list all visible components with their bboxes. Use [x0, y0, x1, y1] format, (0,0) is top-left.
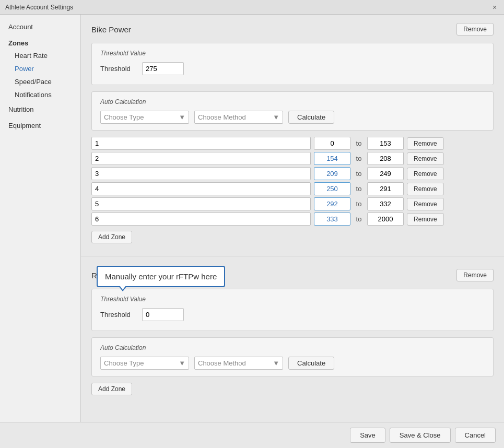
- run-power-choose-type-dropdown[interactable]: Choose Type ▼: [100, 357, 189, 370]
- sidebar: Account Zones Heart Rate Power Speed/Pac…: [0, 15, 81, 422]
- zone-from-input[interactable]: [314, 167, 350, 180]
- bike-power-choose-method-dropdown[interactable]: Choose Method ▼: [194, 111, 283, 124]
- sidebar-item-equipment[interactable]: Equipment: [0, 117, 80, 134]
- run-power-threshold-row: Threshold: [100, 308, 485, 321]
- sidebar-item-account[interactable]: Account: [0, 19, 80, 35]
- close-icon[interactable]: ×: [490, 3, 499, 11]
- run-power-choose-method-label: Choose Method: [198, 359, 246, 367]
- zone-remove-button[interactable]: Remove: [407, 152, 444, 165]
- zone-to-input[interactable]: [367, 152, 404, 165]
- zone-to-label: to: [354, 139, 364, 147]
- bike-power-threshold-input[interactable]: [142, 62, 184, 75]
- zone-remove-button[interactable]: Remove: [407, 198, 444, 210]
- zone-name-input[interactable]: [91, 137, 311, 150]
- run-power-threshold-section: Threshold Value Threshold: [91, 289, 494, 331]
- zone-from-input[interactable]: [314, 152, 350, 165]
- zone-name-input[interactable]: [91, 167, 311, 180]
- zone-remove-button[interactable]: Remove: [407, 213, 444, 226]
- sidebar-item-power[interactable]: Power: [0, 62, 80, 75]
- run-power-calculate-button[interactable]: Calculate: [288, 357, 334, 370]
- zone-name-input[interactable]: [91, 197, 311, 210]
- run-power-title-area: Run Power Manually enter your rFTPw here: [91, 271, 130, 280]
- sidebar-item-notifications[interactable]: Notifications: [0, 88, 80, 101]
- zone-name-input[interactable]: [91, 213, 311, 226]
- bike-power-add-zone-button[interactable]: Add Zone: [91, 231, 132, 243]
- bike-power-header: Bike Power Remove: [91, 23, 494, 36]
- table-row: to Remove: [91, 182, 494, 195]
- zone-to-label: to: [354, 215, 364, 223]
- zone-remove-button[interactable]: Remove: [407, 168, 444, 180]
- zone-name-input[interactable]: [91, 182, 311, 195]
- bike-power-threshold-title: Threshold Value: [100, 50, 485, 57]
- bike-power-threshold-section: Threshold Value Threshold: [91, 43, 494, 85]
- zone-to-input[interactable]: [367, 137, 404, 150]
- window-title: Athlete Account Settings: [5, 4, 73, 11]
- bike-power-method-arrow-icon: ▼: [273, 113, 279, 121]
- sidebar-item-speed-pace[interactable]: Speed/Pace: [0, 75, 80, 88]
- zone-to-input[interactable]: [367, 167, 404, 180]
- save-button[interactable]: Save: [350, 428, 385, 443]
- run-power-threshold-title: Threshold Value: [100, 296, 485, 303]
- zone-from-input[interactable]: [314, 213, 350, 226]
- run-power-header: Run Power Manually enter your rFTPw here…: [91, 269, 494, 281]
- run-power-section: Run Power Manually enter your rFTPw here…: [81, 261, 504, 404]
- bike-power-section: Bike Power Remove Threshold Value Thresh…: [81, 15, 504, 252]
- content-area: Bike Power Remove Threshold Value Thresh…: [81, 15, 504, 422]
- run-power-method-arrow-icon: ▼: [273, 359, 279, 367]
- zone-from-input[interactable]: [314, 182, 350, 195]
- run-power-choose-method-dropdown[interactable]: Choose Method ▼: [194, 357, 283, 370]
- cancel-button[interactable]: Cancel: [455, 428, 496, 443]
- run-power-remove-button[interactable]: Remove: [456, 269, 494, 281]
- bike-power-threshold-row: Threshold: [100, 62, 485, 75]
- run-power-auto-calc-row: Choose Type ▼ Choose Method ▼ Calculate: [100, 357, 485, 370]
- zone-to-label: to: [354, 200, 364, 208]
- bike-power-remove-button[interactable]: Remove: [456, 23, 494, 36]
- zone-to-label: to: [354, 185, 364, 193]
- sidebar-section-zones: Zones: [0, 35, 80, 49]
- zone-to-input[interactable]: [367, 213, 404, 226]
- run-power-auto-calc-section: Auto Calculation Choose Type ▼ Choose Me…: [91, 337, 494, 376]
- run-power-choose-type-label: Choose Type: [104, 359, 144, 367]
- tooltip-text: Manually enter your rFTPw here: [105, 272, 217, 281]
- bike-power-choose-type-dropdown[interactable]: Choose Type ▼: [100, 111, 189, 124]
- run-power-threshold-label: Threshold: [100, 311, 137, 319]
- table-row: to Remove: [91, 213, 494, 226]
- bike-power-threshold-label: Threshold: [100, 65, 137, 73]
- zone-name-input[interactable]: [91, 152, 311, 165]
- zone-to-label: to: [354, 155, 364, 162]
- table-row: to Remove: [91, 167, 494, 180]
- titlebar: Athlete Account Settings ×: [0, 0, 504, 15]
- bike-power-choose-type-label: Choose Type: [104, 113, 144, 121]
- zone-to-label: to: [354, 170, 364, 178]
- zone-remove-button[interactable]: Remove: [407, 183, 444, 195]
- bike-power-title: Bike Power: [91, 25, 131, 34]
- bike-power-choose-method-label: Choose Method: [198, 113, 246, 121]
- zone-from-input[interactable]: [314, 197, 350, 210]
- sidebar-item-nutrition[interactable]: Nutrition: [0, 101, 80, 117]
- table-row: to Remove: [91, 137, 494, 150]
- bike-power-auto-calc-row: Choose Type ▼ Choose Method ▼ Calculate: [100, 111, 485, 124]
- sidebar-item-heart-rate[interactable]: Heart Rate: [0, 49, 80, 62]
- table-row: to Remove: [91, 197, 494, 210]
- run-power-add-zone-button[interactable]: Add Zone: [91, 383, 132, 395]
- run-power-tooltip: Manually enter your rFTPw here: [97, 266, 225, 287]
- run-power-type-arrow-icon: ▼: [179, 359, 185, 367]
- table-row: to Remove: [91, 152, 494, 165]
- bike-power-type-arrow-icon: ▼: [179, 113, 185, 121]
- bike-power-calculate-button[interactable]: Calculate: [288, 111, 334, 124]
- bike-power-auto-calc-section: Auto Calculation Choose Type ▼ Choose Me…: [91, 91, 494, 131]
- run-power-auto-calc-title: Auto Calculation: [100, 344, 485, 351]
- save-close-button[interactable]: Save & Close: [390, 428, 451, 443]
- bike-power-auto-calc-title: Auto Calculation: [100, 98, 485, 105]
- run-power-threshold-input[interactable]: [142, 308, 184, 321]
- zone-from-input[interactable]: [314, 137, 350, 150]
- zone-to-input[interactable]: [367, 182, 404, 195]
- footer: Save Save & Close Cancel: [0, 422, 504, 448]
- main-layout: Account Zones Heart Rate Power Speed/Pac…: [0, 15, 504, 422]
- main-window: Athlete Account Settings × Account Zones…: [0, 0, 504, 448]
- zone-remove-button[interactable]: Remove: [407, 137, 444, 150]
- bike-power-zones-area: to Remove to Remove to: [91, 137, 494, 226]
- zone-to-input[interactable]: [367, 197, 404, 210]
